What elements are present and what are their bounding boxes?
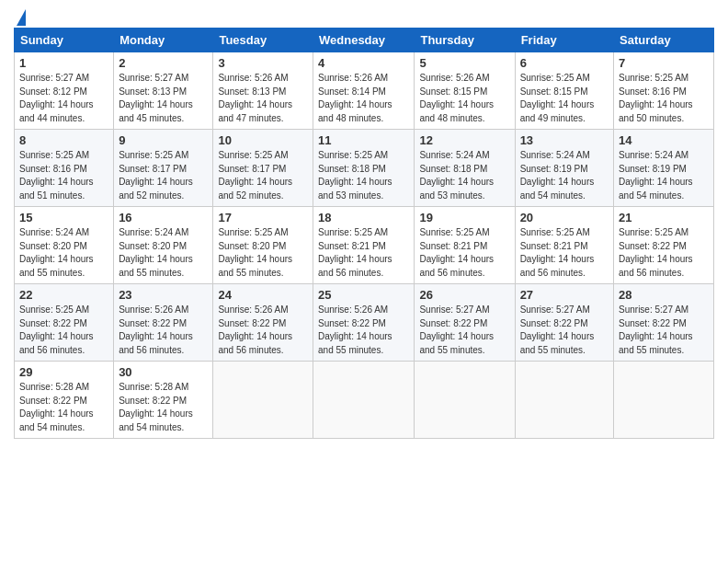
calendar-cell: 20Sunrise: 5:25 AM Sunset: 8:21 PM Dayli… (515, 207, 613, 284)
calendar-table: SundayMondayTuesdayWednesdayThursdayFrid… (14, 28, 714, 439)
calendar-cell: 11Sunrise: 5:25 AM Sunset: 8:18 PM Dayli… (313, 130, 415, 207)
calendar-cell: 30Sunrise: 5:28 AM Sunset: 8:22 PM Dayli… (114, 362, 213, 439)
day-number: 1 (19, 56, 108, 70)
calendar-cell: 3Sunrise: 5:26 AM Sunset: 8:13 PM Daylig… (213, 52, 313, 130)
weekday-header-wednesday: Wednesday (313, 29, 415, 52)
day-info: Sunrise: 5:25 AM Sunset: 8:21 PM Dayligh… (520, 226, 609, 280)
calendar-week-row: 8Sunrise: 5:25 AM Sunset: 8:16 PM Daylig… (15, 130, 714, 207)
day-number: 20 (520, 211, 609, 224)
day-info: Sunrise: 5:26 AM Sunset: 8:13 PM Dayligh… (218, 72, 308, 125)
day-info: Sunrise: 5:25 AM Sunset: 8:21 PM Dayligh… (419, 226, 509, 280)
day-info: Sunrise: 5:25 AM Sunset: 8:16 PM Dayligh… (19, 149, 108, 202)
day-number: 12 (419, 133, 509, 147)
day-info: Sunrise: 5:25 AM Sunset: 8:22 PM Dayligh… (19, 304, 108, 357)
calendar-week-row: 15Sunrise: 5:24 AM Sunset: 8:20 PM Dayli… (15, 207, 714, 284)
calendar-week-row: 29Sunrise: 5:28 AM Sunset: 8:22 PM Dayli… (15, 362, 714, 439)
day-info: Sunrise: 5:27 AM Sunset: 8:13 PM Dayligh… (119, 72, 208, 125)
day-info: Sunrise: 5:26 AM Sunset: 8:22 PM Dayligh… (119, 304, 208, 357)
calendar-cell: 10Sunrise: 5:25 AM Sunset: 8:17 PM Dayli… (213, 130, 313, 207)
day-number: 21 (619, 211, 709, 224)
day-info: Sunrise: 5:24 AM Sunset: 8:20 PM Dayligh… (119, 226, 208, 280)
header (14, 9, 714, 20)
calendar-cell: 21Sunrise: 5:25 AM Sunset: 8:22 PM Dayli… (614, 207, 714, 284)
day-info: Sunrise: 5:24 AM Sunset: 8:20 PM Dayligh… (19, 226, 108, 280)
calendar-cell: 7Sunrise: 5:25 AM Sunset: 8:16 PM Daylig… (614, 52, 714, 130)
weekday-header-tuesday: Tuesday (213, 29, 313, 52)
calendar-cell: 18Sunrise: 5:25 AM Sunset: 8:21 PM Dayli… (313, 207, 415, 284)
day-info: Sunrise: 5:24 AM Sunset: 8:18 PM Dayligh… (419, 149, 509, 202)
day-number: 24 (218, 288, 308, 302)
day-number: 16 (119, 211, 208, 224)
calendar-cell (614, 362, 714, 439)
day-info: Sunrise: 5:26 AM Sunset: 8:22 PM Dayligh… (318, 304, 409, 357)
weekday-header-sunday: Sunday (15, 29, 114, 52)
calendar-cell: 15Sunrise: 5:24 AM Sunset: 8:20 PM Dayli… (15, 207, 114, 284)
weekday-header-monday: Monday (114, 29, 213, 52)
page: SundayMondayTuesdayWednesdayThursdayFrid… (0, 0, 728, 563)
calendar-cell: 24Sunrise: 5:26 AM Sunset: 8:22 PM Dayli… (213, 284, 313, 362)
calendar-cell: 14Sunrise: 5:24 AM Sunset: 8:19 PM Dayli… (614, 130, 714, 207)
calendar-cell (313, 362, 415, 439)
calendar-cell: 29Sunrise: 5:28 AM Sunset: 8:22 PM Dayli… (15, 362, 114, 439)
day-info: Sunrise: 5:28 AM Sunset: 8:22 PM Dayligh… (19, 381, 108, 434)
day-info: Sunrise: 5:25 AM Sunset: 8:18 PM Dayligh… (318, 149, 409, 202)
day-number: 28 (619, 288, 709, 302)
calendar-cell: 28Sunrise: 5:27 AM Sunset: 8:22 PM Dayli… (614, 284, 714, 362)
day-number: 5 (419, 56, 509, 70)
calendar-cell: 23Sunrise: 5:26 AM Sunset: 8:22 PM Dayli… (114, 284, 213, 362)
calendar-cell: 19Sunrise: 5:25 AM Sunset: 8:21 PM Dayli… (415, 207, 515, 284)
calendar-cell: 1Sunrise: 5:27 AM Sunset: 8:12 PM Daylig… (15, 52, 114, 130)
day-number: 9 (119, 133, 208, 147)
calendar-week-row: 22Sunrise: 5:25 AM Sunset: 8:22 PM Dayli… (15, 284, 714, 362)
day-number: 27 (520, 288, 609, 302)
calendar-cell: 26Sunrise: 5:27 AM Sunset: 8:22 PM Dayli… (415, 284, 515, 362)
calendar-cell: 6Sunrise: 5:25 AM Sunset: 8:15 PM Daylig… (515, 52, 613, 130)
calendar-cell (213, 362, 313, 439)
calendar-cell: 16Sunrise: 5:24 AM Sunset: 8:20 PM Dayli… (114, 207, 213, 284)
weekday-header-thursday: Thursday (415, 29, 515, 52)
calendar-header-row: SundayMondayTuesdayWednesdayThursdayFrid… (15, 29, 714, 52)
day-info: Sunrise: 5:28 AM Sunset: 8:22 PM Dayligh… (119, 381, 208, 434)
day-info: Sunrise: 5:26 AM Sunset: 8:22 PM Dayligh… (218, 304, 308, 357)
day-info: Sunrise: 5:25 AM Sunset: 8:15 PM Dayligh… (520, 72, 609, 125)
calendar-cell (415, 362, 515, 439)
calendar-cell: 12Sunrise: 5:24 AM Sunset: 8:18 PM Dayli… (415, 130, 515, 207)
day-info: Sunrise: 5:25 AM Sunset: 8:17 PM Dayligh… (119, 149, 208, 202)
day-info: Sunrise: 5:24 AM Sunset: 8:19 PM Dayligh… (619, 149, 709, 202)
day-number: 29 (19, 365, 108, 379)
day-number: 6 (520, 56, 609, 70)
calendar-cell: 27Sunrise: 5:27 AM Sunset: 8:22 PM Dayli… (515, 284, 613, 362)
day-info: Sunrise: 5:27 AM Sunset: 8:22 PM Dayligh… (419, 304, 509, 357)
day-number: 19 (419, 211, 509, 224)
day-info: Sunrise: 5:26 AM Sunset: 8:14 PM Dayligh… (318, 72, 409, 125)
day-number: 10 (218, 133, 308, 147)
calendar-cell: 9Sunrise: 5:25 AM Sunset: 8:17 PM Daylig… (114, 130, 213, 207)
calendar-cell: 4Sunrise: 5:26 AM Sunset: 8:14 PM Daylig… (313, 52, 415, 130)
day-info: Sunrise: 5:27 AM Sunset: 8:22 PM Dayligh… (520, 304, 609, 357)
day-info: Sunrise: 5:25 AM Sunset: 8:20 PM Dayligh… (218, 226, 308, 280)
day-number: 22 (19, 288, 108, 302)
calendar-cell: 17Sunrise: 5:25 AM Sunset: 8:20 PM Dayli… (213, 207, 313, 284)
day-number: 7 (619, 56, 709, 70)
calendar-cell (515, 362, 613, 439)
day-number: 25 (318, 288, 409, 302)
calendar-week-row: 1Sunrise: 5:27 AM Sunset: 8:12 PM Daylig… (15, 52, 714, 130)
weekday-header-friday: Friday (515, 29, 613, 52)
day-number: 15 (19, 211, 108, 224)
logo-triangle-icon (17, 9, 26, 26)
day-number: 18 (318, 211, 409, 224)
calendar-cell: 22Sunrise: 5:25 AM Sunset: 8:22 PM Dayli… (15, 284, 114, 362)
day-number: 8 (19, 133, 108, 147)
day-number: 13 (520, 133, 609, 147)
day-info: Sunrise: 5:26 AM Sunset: 8:15 PM Dayligh… (419, 72, 509, 125)
logo (14, 9, 26, 20)
day-info: Sunrise: 5:27 AM Sunset: 8:22 PM Dayligh… (619, 304, 709, 357)
calendar-cell: 8Sunrise: 5:25 AM Sunset: 8:16 PM Daylig… (15, 130, 114, 207)
weekday-header-saturday: Saturday (614, 29, 714, 52)
day-number: 26 (419, 288, 509, 302)
calendar-cell: 5Sunrise: 5:26 AM Sunset: 8:15 PM Daylig… (415, 52, 515, 130)
day-info: Sunrise: 5:25 AM Sunset: 8:21 PM Dayligh… (318, 226, 409, 280)
day-info: Sunrise: 5:25 AM Sunset: 8:17 PM Dayligh… (218, 149, 308, 202)
day-number: 3 (218, 56, 308, 70)
day-number: 14 (619, 133, 709, 147)
